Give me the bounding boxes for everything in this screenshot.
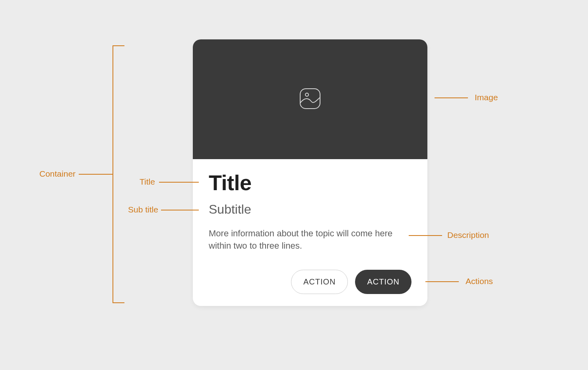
annotation-line bbox=[161, 210, 199, 210]
annotation-line bbox=[79, 174, 113, 175]
annotation-subtitle: Sub title bbox=[128, 205, 158, 214]
card-container: Title Subtitle More information about th… bbox=[193, 39, 427, 306]
annotation-description: Description bbox=[447, 230, 489, 240]
annotation-line bbox=[113, 45, 124, 46]
annotation-line bbox=[159, 182, 199, 183]
svg-point-1 bbox=[305, 93, 309, 96]
action-secondary-button[interactable]: ACTION bbox=[291, 270, 348, 294]
annotation-title: Title bbox=[140, 177, 155, 187]
image-placeholder-icon bbox=[299, 88, 321, 111]
diagram-canvas: Title Subtitle More information about th… bbox=[0, 0, 588, 370]
annotation-image: Image bbox=[475, 93, 498, 102]
card-body: Title Subtitle More information about th… bbox=[193, 159, 427, 306]
annotation-line bbox=[435, 97, 468, 98]
annotation-container: Container bbox=[39, 169, 76, 179]
annotation-line bbox=[409, 235, 442, 236]
svg-rect-0 bbox=[300, 89, 320, 109]
card-description: More information about the topic will co… bbox=[209, 227, 411, 252]
annotation-line bbox=[113, 302, 124, 303]
card-actions: ACTION ACTION bbox=[209, 270, 411, 294]
card-title: Title bbox=[209, 170, 411, 195]
annotation-actions: Actions bbox=[466, 277, 493, 286]
card-subtitle: Subtitle bbox=[209, 202, 411, 217]
annotation-line bbox=[425, 281, 459, 282]
card-image-area bbox=[193, 39, 427, 159]
action-primary-button[interactable]: ACTION bbox=[355, 270, 411, 294]
